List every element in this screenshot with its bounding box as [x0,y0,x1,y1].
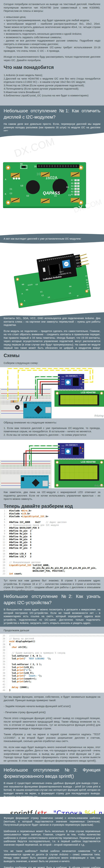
code-token: #include < [9,515,22,518]
aside3-body: В языке С существует несколько очень удо… [4,781,100,797]
code-token: #define D5_pin 5 [9,541,31,544]
aside2-title: Небольшое отступление №2: Как узнать адр… [4,591,100,606]
code-token: print [17,666,24,669]
section-aside3b: Функция формирует строку (помечено синим… [0,814,104,868]
line-code: lcd.print("x"); [9,669,31,671]
pros-cons-item: + простота программирования, код будет о… [4,19,100,22]
line-code: #define D6_pin 6 [9,544,31,546]
code-token: #define LCD_Y 2 [9,555,31,558]
section-aside2: Небольшое отступление №2: Как узнать адр… [0,591,104,627]
code-line: 43 delay (2000); [0,686,104,689]
line-number: 11 [0,538,7,541]
paragraph: - Задаём позицию начала вывода функцией … [4,705,100,708]
notes-item: 2. Если мы не хотим менять яркость диспл… [4,433,100,437]
code-line: 40 lcd.print(count++); [0,677,104,680]
photo-pcb-back: DX.COM 16 1 R8 1602A 1602A QAPASS A K C1… [0,137,104,232]
label-r2: R2 [71,191,73,193]
code-token: .h> [44,515,48,518]
code-token: En_pin,Rw_pin,Rs_pin,D4_pin,D5_pin,D6_pi… [9,567,97,569]
module-pin1: 1 [59,387,59,389]
module-ic [73,378,79,386]
led-label: LED [80,383,83,385]
code-line: 33 lcd.print(" TEST LCD1602 "); [0,657,104,660]
code-line: 17#define LCD_Y 2 [0,555,104,558]
code-line: 7#define BACKLIGHT_PIN 3 [0,527,104,529]
dx-watermark: DX.COM [13,137,56,159]
line-code: // Инициализация дисплея [9,561,41,563]
code-token: delay [12,686,19,688]
code-line: 31 // Будем выводить раз в примерно 5 се… [0,652,104,654]
fritzing-watermark: fritzing [94,414,103,417]
line-number: 13 [0,544,7,547]
line-code: #define LCD_Y 2 [9,555,31,558]
module-pin16: 16 [81,387,82,389]
line-number: 31 [0,652,7,654]
line-code: #define LCD_X 8 [9,552,31,555]
label-c3: C3 [68,194,71,196]
code-token: #include < [9,509,22,512]
pros-cons-item: + многообразие моделей – наиболее распро… [4,22,100,32]
line-code: #define Rw_pin 1 [9,532,31,535]
line-code: // Вывод на дисплей [9,637,34,640]
code-token: } [9,689,10,691]
section-fritzing-2: LCM1602 IIC SCL SDA VCC GND LED LCD HD44… [0,440,104,488]
line-code: lcd.print(LCD_Y); [9,672,34,674]
notes-list: 1. Если вам попался дисплей с уже припая… [4,426,100,437]
lcd-mount-hole [56,461,59,464]
needs-item: 6.Библиотека LiquidCrystal_I2C (ссылка н… [4,94,100,97]
label-u2: U2 [26,195,29,197]
scl-label: SCL [61,445,64,447]
line-number: 5 [0,521,7,524]
module-label: LCM1602 IIC [65,444,77,446]
label-k: K [5,193,6,195]
code-line: 10#define Rs_pin 0 [0,535,104,538]
code-line: 38 lcd.print(LCD_Y); [0,672,104,675]
line-code: } [9,689,10,691]
code-token: lcd. [9,666,17,669]
code-line: 28{ [0,643,104,646]
label-u1: U1 [69,292,71,294]
lcd-mount-hole [56,484,59,487]
code-line: 12#define D5_pin 5 [0,541,104,544]
code-token: count; [13,572,22,575]
section-after-code1: Тут почти все нам должно быт знакомо. В … [0,577,104,591]
line-number: 16 [0,552,7,555]
code-lines: 1#include <Wire.h> 2#include <LCD.h> 3#i… [0,509,104,575]
resistor-10k [11,401,18,402]
module-trimmer-screw [66,450,70,453]
code-token: #define BACKLIGHT_PIN 3 [9,527,39,529]
line-number: 7 [0,527,7,529]
code-token: #define LCD_X 8 [9,552,31,555]
led-jumper-pin [82,451,83,452]
pins-paragraph-1: Контакты SCL, SDA, VCC, GND используются… [4,316,100,327]
code-token: lcd.setCursor ( 0, 0 ); [9,654,42,657]
code-token: LCD [22,512,26,515]
code-token: ); [29,669,31,671]
code-token: (count++); [24,677,37,680]
code-token: print [17,672,24,674]
code-line: 39 lcd.print(" count: "); [0,675,104,677]
line-number: 6 [0,524,7,527]
line-number: 22 [0,569,7,572]
line-number: 4 [0,518,7,521]
pros-cons-item: + невысокая цена; [4,15,100,19]
section-photo-i2c-module: R9 R8 A K J1J2J3 U3 C1 C2 U2 U1 J4 R6 C3… [0,244,104,312]
section-code-intro: Как заметили, два пина на I2C-модуле с м… [0,488,104,509]
pros-cons-item: + возможность подключить несколько диспл… [4,32,100,36]
code-line: 34 [0,660,104,663]
code-line: 23int count; [0,572,104,575]
aside3-title: Небольшое отступление №3: Функция формат… [4,764,100,779]
needs-item: 2.Дисплей на чипе HD44780 с модулем I2C … [4,77,100,84]
sprintf-line: sprintf (str , "Строка %d для ывода", i)… [0,797,104,814]
line-code: #define D4_pin 4 [9,538,31,540]
lcd-mount-hole [100,461,103,464]
paragraph: Тут мы видим функцию, которая, собственн… [4,695,100,702]
scl-label: SCL [61,376,64,378]
qapass-logo: QAPASS [43,191,60,195]
line-code: #define Rs_pin 0 [9,535,31,538]
code-token: lcd. [9,675,17,677]
code-token: LiquidCrystal_I2C [22,515,44,518]
sprintf-token: str [37,809,47,814]
code-token: .h> [26,512,30,515]
nano-icsp [24,404,27,408]
